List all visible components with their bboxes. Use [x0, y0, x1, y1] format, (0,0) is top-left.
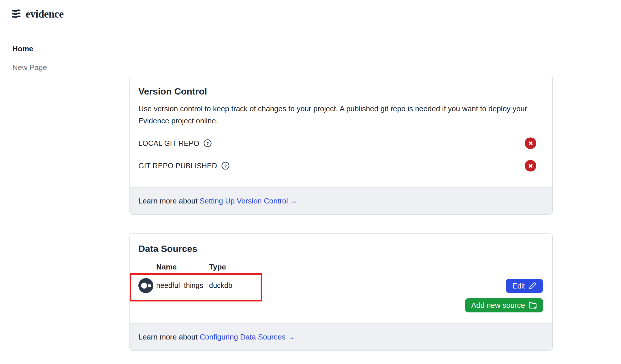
learn-more-prefix: Learn more about: [138, 197, 200, 205]
status-row-git-repo-published: GIT REPO PUBLISHED ?: [138, 160, 540, 172]
main-content: Version Control Use version control to k…: [129, 28, 553, 351]
data-sources-card: Data Sources Name Type needful_thing: [129, 233, 553, 351]
version-control-card: Version Control Use version control to k…: [129, 75, 553, 215]
x-circle-icon: [525, 160, 536, 171]
svg-text:?: ?: [224, 163, 227, 168]
x-circle-icon: [525, 137, 536, 149]
duckdb-logo-icon: [138, 278, 153, 293]
svg-text:?: ?: [206, 141, 209, 146]
column-header-type: Type: [209, 263, 543, 271]
sidebar-item-home[interactable]: Home: [12, 44, 129, 53]
version-control-title: Version Control: [138, 86, 540, 97]
data-source-actions: Edit Add new source: [465, 279, 543, 312]
status-row-local-git-repo: LOCAL GIT REPO ?: [138, 137, 540, 149]
sidebar-item-new-page[interactable]: New Page: [12, 63, 129, 72]
arrow-right-icon: →: [290, 197, 297, 205]
help-icon[interactable]: ?: [203, 139, 212, 148]
version-control-description: Use version control to keep track of cha…: [138, 103, 540, 127]
app-header: evidence: [0, 0, 621, 28]
evidence-logo[interactable]: evidence: [10, 8, 64, 20]
source-name: needful_things: [156, 281, 209, 290]
learn-more-prefix: Learn more about: [138, 333, 200, 341]
setting-up-version-control-link[interactable]: Setting Up Version Control: [200, 197, 288, 205]
configuring-data-sources-link[interactable]: Configuring Data Sources: [200, 333, 285, 341]
arrow-right-icon: →: [287, 333, 295, 341]
data-sources-footer: Learn more about Configuring Data Source…: [130, 323, 552, 350]
add-new-source-button[interactable]: Add new source: [465, 298, 543, 312]
add-new-source-label: Add new source: [471, 301, 525, 310]
table-header-row: Name Type: [138, 262, 543, 271]
logo-text: evidence: [26, 8, 64, 20]
help-icon[interactable]: ?: [221, 161, 230, 170]
sidebar: Home New Page: [0, 28, 129, 351]
edit-button[interactable]: Edit: [506, 279, 543, 293]
column-header-name: Name: [156, 263, 209, 271]
version-control-footer: Learn more about Setting Up Version Cont…: [130, 187, 552, 214]
evidence-logo-icon: [10, 8, 22, 20]
local-git-repo-label: LOCAL GIT REPO: [138, 139, 199, 148]
data-sources-title: Data Sources: [138, 244, 543, 254]
pencil-icon: [529, 282, 536, 290]
edit-button-label: Edit: [513, 282, 525, 290]
git-repo-published-label: GIT REPO PUBLISHED: [138, 162, 217, 170]
folder-plus-icon: [529, 301, 537, 310]
